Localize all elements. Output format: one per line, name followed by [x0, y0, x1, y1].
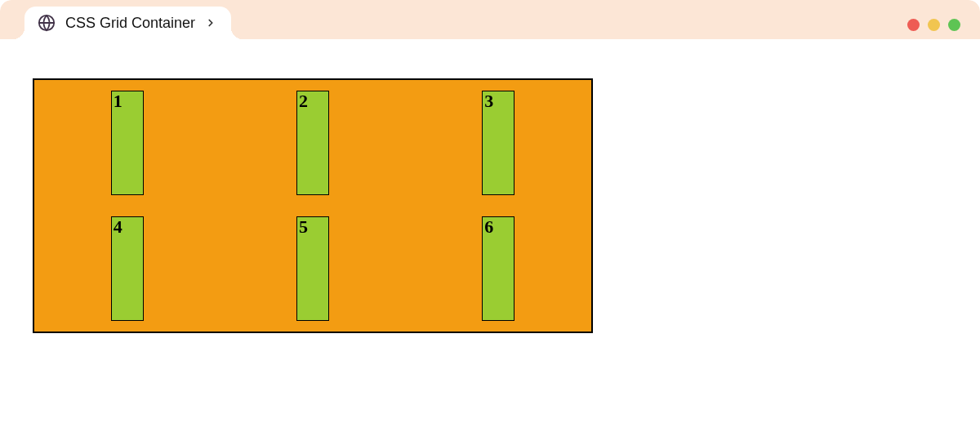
grid-item-4: 4: [111, 216, 144, 321]
window-maximize-button[interactable]: [948, 19, 960, 31]
grid-item-6: 6: [482, 216, 514, 321]
grid-item-1: 1: [111, 91, 144, 195]
tab-title: CSS Grid Container: [65, 15, 195, 32]
grid-item-2: 2: [296, 91, 329, 195]
browser-tab-bar: CSS Grid Container: [0, 0, 980, 39]
browser-tab[interactable]: CSS Grid Container: [24, 7, 231, 39]
window-controls: [907, 19, 965, 39]
grid-item-3: 3: [482, 91, 514, 195]
window-minimize-button[interactable]: [928, 19, 940, 31]
grid-item-5: 5: [296, 216, 329, 321]
globe-icon: [38, 14, 56, 32]
chevron-right-icon: [205, 17, 216, 29]
window-close-button[interactable]: [907, 19, 920, 31]
page-content: 1 2 3 4 5 6: [0, 39, 980, 372]
grid-container: 1 2 3 4 5 6: [33, 78, 593, 333]
